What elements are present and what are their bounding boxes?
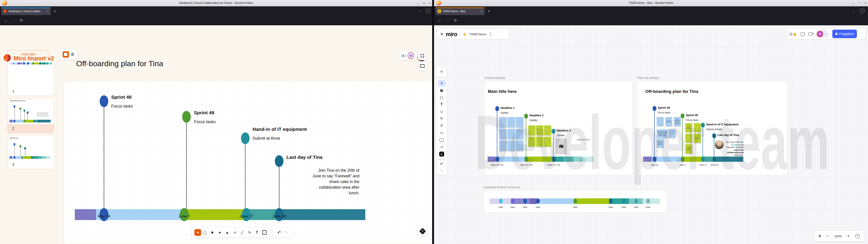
- headline-subtitle[interactable]: Subtitle: [500, 111, 508, 114]
- frame-label[interactable]: Expanded timeline component: [484, 186, 520, 189]
- zoom-out-icon[interactable]: −: [827, 234, 829, 239]
- tab-miro[interactable]: m TWIM Demo - Miro ×: [435, 7, 485, 15]
- add-slide-button[interactable]: + Add slide: [7, 50, 49, 58]
- event-dot-handin[interactable]: [241, 132, 250, 144]
- image-placeholder[interactable]: [556, 138, 567, 154]
- arrow-tool[interactable]: ↗: [231, 231, 239, 235]
- event-note[interactable]: Join Tina on the 20th of June to say "Fa…: [725, 141, 744, 157]
- event-dot[interactable]: [701, 123, 705, 128]
- frames-panel-icon[interactable]: #: [819, 234, 821, 238]
- comment-tool[interactable]: [436, 136, 447, 144]
- sticky-note[interactable]: [657, 117, 663, 126]
- slide-thumbnail-3[interactable]: Main title here 3: [7, 135, 54, 169]
- text-tool[interactable]: T: [436, 101, 447, 108]
- list-tabs-icon[interactable]: ⌄: [852, 9, 855, 13]
- back-button[interactable]: ←: [437, 18, 442, 22]
- templates-tool[interactable]: ▦: [436, 87, 447, 94]
- sticky-note[interactable]: [544, 125, 551, 135]
- event-dot-sprint48[interactable]: [100, 95, 108, 107]
- eye-icon[interactable]: [401, 54, 405, 57]
- miro-menu-icon[interactable]: ≡: [440, 32, 443, 37]
- forward-button[interactable]: →: [444, 18, 450, 22]
- sticky-note[interactable]: [499, 129, 506, 139]
- event-subtitle[interactable]: Focus tasks: [111, 104, 133, 109]
- ai-tool-button[interactable]: ✦: [436, 67, 447, 77]
- event-note[interactable]: Join Tina on the 20th ofJune to say "Far…: [301, 167, 360, 196]
- slide-thumbnail-2[interactable]: Off-boarding plan for Tina 2: [7, 98, 54, 133]
- comments-icon[interactable]: [801, 32, 805, 35]
- headline[interactable]: Headline 1: [500, 106, 515, 110]
- event-dot[interactable]: [653, 106, 656, 111]
- event-dot[interactable]: [524, 114, 528, 119]
- sticky-note[interactable]: Scrum ceremonies: [685, 123, 692, 132]
- frame-title[interactable]: Main title here: [488, 89, 517, 94]
- sticky-note[interactable]: Scrum ceremonies: [665, 117, 672, 126]
- timer-reactions-icon[interactable]: ◷☝: [789, 32, 797, 36]
- sticky-note[interactable]: Team farewell session: [685, 144, 692, 154]
- sticky-note[interactable]: [528, 125, 535, 135]
- slide-thumbnail-1[interactable]: 1: [7, 61, 54, 96]
- help-button[interactable]: ?: [417, 226, 428, 236]
- stamp-tool[interactable]: ☺: [436, 129, 447, 136]
- titlebar[interactable]: TWIM Demo - Miro - Mozilla Firefox ⌄ ⌃ ×: [434, 0, 868, 6]
- back-button[interactable]: ←: [3, 18, 8, 22]
- titlebar[interactable]: NeoBoard | Visual Collaboration for Team…: [0, 0, 432, 6]
- event-dot[interactable]: [495, 106, 499, 111]
- sticky-note[interactable]: [528, 137, 535, 147]
- headline[interactable]: Hand-in of IT equipment: [706, 123, 739, 126]
- window-switcher-icon[interactable]: 1: [426, 9, 430, 13]
- new-tab-button[interactable]: +: [488, 9, 490, 13]
- headline[interactable]: Last day of Tina: [717, 133, 739, 137]
- sticky-note[interactable]: [536, 125, 543, 135]
- headline[interactable]: Headline 2: [529, 114, 544, 117]
- sticky-note[interactable]: Team competency map-out workshop: [674, 117, 681, 126]
- headline[interactable]: Headline 3: [557, 129, 571, 132]
- event-subtitle[interactable]: Submit at Anne: [252, 136, 280, 141]
- headline[interactable]: Sprint 49: [686, 114, 698, 117]
- event-title[interactable]: Sprint 49: [194, 110, 214, 116]
- select-tool[interactable]: ➤: [194, 229, 201, 236]
- close-button[interactable]: ×: [863, 1, 868, 5]
- connector-tool[interactable]: ⇢: [436, 144, 447, 150]
- frame-title[interactable]: Off-boarding plan for Tina: [645, 89, 698, 94]
- maximize-button[interactable]: ◇: [422, 1, 426, 5]
- reload-button[interactable]: ↻: [19, 18, 24, 23]
- timeline-bar[interactable]: May 24 June 7 June 17 June 20: [643, 157, 743, 162]
- list-tabs-icon[interactable]: ⌄: [418, 9, 421, 13]
- timeline-bar[interactable]: Date Date Date Date Date Date Date Date …: [490, 199, 660, 204]
- sticky-note[interactable]: [685, 134, 692, 143]
- headline-subtitle[interactable]: Focus tasks: [658, 111, 671, 114]
- shapes-tool[interactable]: ◇: [436, 108, 447, 115]
- event-dot-sprint49[interactable]: [182, 111, 191, 123]
- video-chat-icon[interactable]: [808, 33, 812, 35]
- rounded-rect-tool[interactable]: ▢: [201, 231, 209, 235]
- line-tool[interactable]: ╱: [239, 231, 246, 235]
- tab-neoboard[interactable]: NeoBoard | Visual Collabo ×: [1, 7, 51, 15]
- window-switcher-icon[interactable]: 1: [860, 9, 864, 13]
- present-button[interactable]: ↑: [418, 61, 427, 70]
- sticky-note[interactable]: [499, 117, 506, 127]
- slide-panel-toggle-icon[interactable]: [63, 51, 69, 58]
- fullscreen-button[interactable]: [418, 51, 427, 60]
- sticky-note[interactable]: [507, 129, 515, 139]
- sticky-note[interactable]: [507, 117, 515, 127]
- ellipse-tool[interactable]: ●: [216, 231, 223, 235]
- sticky-note-tool[interactable]: ▢: [436, 94, 447, 101]
- import-tool[interactable]: ↑: [261, 230, 268, 235]
- maximize-button[interactable]: ⌃: [857, 1, 862, 5]
- sticky-note[interactable]: [499, 141, 506, 151]
- undo-icon[interactable]: ↶: [277, 230, 281, 235]
- sticky-note[interactable]: [516, 141, 523, 151]
- undo-icon[interactable]: ↶: [440, 162, 443, 166]
- sticky-note[interactable]: [507, 141, 515, 151]
- sticky-note[interactable]: [669, 129, 675, 138]
- person-photo[interactable]: [715, 141, 723, 149]
- event-title[interactable]: Last day of Tina: [286, 155, 322, 160]
- miro-logo[interactable]: miro: [446, 31, 457, 37]
- board-kebab-icon[interactable]: ⋮: [489, 32, 492, 36]
- viewer-avatar[interactable]: M: [408, 52, 414, 59]
- event-title[interactable]: Hand-in of IT equipment: [252, 126, 307, 132]
- zoom-level[interactable]: 110%: [834, 235, 842, 238]
- rect-tool[interactable]: ■: [209, 231, 216, 235]
- miro-canvas[interactable]: Developer team Timeline template Main ti…: [434, 25, 868, 244]
